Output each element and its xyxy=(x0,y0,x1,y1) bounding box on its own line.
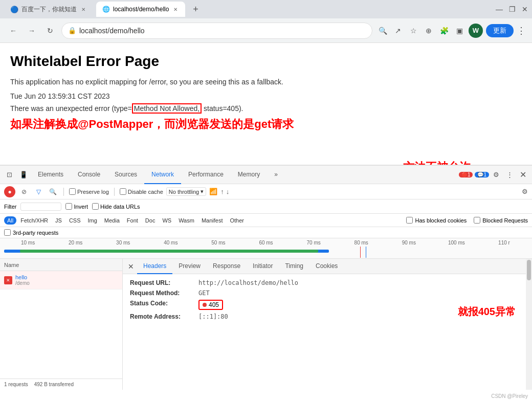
extensions-icon[interactable]: 🧩 xyxy=(438,25,450,37)
tab-localhost[interactable]: 🌐 localhost/demo/hello ✕ xyxy=(96,2,185,17)
method-not-allowed-note: 方法不被允许 xyxy=(403,160,471,165)
name-panel-empty xyxy=(0,289,122,378)
type-filter-media[interactable]: Media xyxy=(101,216,123,225)
status-footer: 1 requests 492 B transferred xyxy=(0,378,122,390)
invert-checkbox[interactable]: Invert xyxy=(65,203,88,210)
detail-tab-timing[interactable]: Timing xyxy=(279,259,309,274)
chinese-get-note: 如果注解换成@PostMapper，而浏览器发送的是get请求 xyxy=(10,117,522,132)
detail-tab-headers[interactable]: Headers xyxy=(137,259,172,274)
bookmark-icon[interactable]: ☆ xyxy=(407,25,419,37)
type-filter-other[interactable]: Other xyxy=(227,216,247,225)
timeline-labels: 10 ms 20 ms 30 ms 40 ms 50 ms 60 ms 70 m… xyxy=(0,238,532,247)
devtools: ⊡ 📱 Elements Console Sources Network Per… xyxy=(0,165,532,390)
third-party-bar: 3rd-party requests xyxy=(0,227,532,238)
detail-content: Request URL: http://localhost/demo/hello… xyxy=(123,274,526,390)
search-icon[interactable]: 🔍 xyxy=(376,25,389,37)
back-button[interactable]: ← xyxy=(6,24,20,38)
name-header: Name xyxy=(0,259,122,271)
window-controls: — ❐ ✕ xyxy=(496,5,528,13)
import-export-icons: ↑ ↓ xyxy=(220,188,229,195)
details-panel: ✕ Headers Preview Response Initiator Tim… xyxy=(123,259,526,390)
search-button[interactable]: 🔍 xyxy=(47,186,58,197)
maximize-button[interactable]: ❐ xyxy=(509,5,516,13)
record-button[interactable]: ● xyxy=(4,186,15,197)
url-bar[interactable]: 🔒 localhost/demo/hello xyxy=(61,23,372,39)
has-blocked-cookies-checkbox[interactable]: Has blocked cookies xyxy=(406,217,467,224)
type-filter-doc[interactable]: Doc xyxy=(142,216,159,225)
error-badge: 🔴 1 xyxy=(459,172,473,177)
third-party-checkbox[interactable]: 3rd-party requests xyxy=(4,229,58,236)
filter-bar: Filter Invert Hide data URLs xyxy=(0,199,532,214)
close-button[interactable]: ✕ xyxy=(522,5,528,13)
request-error-icon: ✕ xyxy=(4,276,12,284)
forward-button[interactable]: → xyxy=(25,24,39,38)
tab-baidu-close[interactable]: ✕ xyxy=(80,6,87,13)
filter-button[interactable]: ▽ xyxy=(33,186,44,197)
download-icon[interactable]: ↓ xyxy=(226,188,230,195)
devtools-device-icon[interactable]: 📱 xyxy=(16,168,31,182)
page-timestamp: Tue Jun 20 13:59:31 CST 2023 xyxy=(10,92,522,100)
scrollbar[interactable] xyxy=(526,259,532,390)
tab-memory[interactable]: Memory xyxy=(231,166,267,184)
name-panel: Name ✕ hello /demo 1 requests 492 B tran… xyxy=(0,259,123,390)
tab-elements[interactable]: Elements xyxy=(31,166,71,184)
request-url-row: Request URL: http://localhost/demo/hello xyxy=(130,279,519,286)
reload-button[interactable]: ↻ xyxy=(43,24,57,38)
type-filter-js[interactable]: JS xyxy=(52,216,65,225)
devtools-close-icon[interactable]: ✕ xyxy=(516,168,530,182)
devtools-more-icon[interactable]: ⋮ xyxy=(503,168,516,182)
disable-cache-checkbox[interactable]: Disable cache xyxy=(120,188,163,195)
network-toolbar: ● ⊘ ▽ 🔍 Preserve log Disable cache No th… xyxy=(0,184,532,199)
tab-performance[interactable]: Performance xyxy=(181,166,231,184)
detail-tab-cookies[interactable]: Cookies xyxy=(309,259,344,274)
detail-tab-preview[interactable]: Preview xyxy=(172,259,207,274)
tab-baidu[interactable]: 🔵 百度一下，你就知道 ✕ xyxy=(4,2,93,17)
tab-more[interactable]: » xyxy=(267,166,285,184)
new-tab-button[interactable]: + xyxy=(188,2,203,16)
type-filter-img[interactable]: Img xyxy=(85,216,100,225)
sidebar-icon[interactable]: ▣ xyxy=(453,25,465,37)
stop-button[interactable]: ⊘ xyxy=(18,186,30,197)
status-code-value: 405 xyxy=(198,300,223,310)
minimize-button[interactable]: — xyxy=(496,5,503,13)
translate-icon[interactable]: ⊕ xyxy=(423,25,435,37)
detail-tab-initiator[interactable]: Initiator xyxy=(247,259,279,274)
tab-network[interactable]: Network xyxy=(144,166,181,184)
page-title: Whitelabel Error Page xyxy=(10,53,522,70)
timeline-bars xyxy=(4,247,528,259)
timeline: 10 ms 20 ms 30 ms 40 ms 50 ms 60 ms 70 m… xyxy=(0,238,532,259)
type-filter-ws[interactable]: WS xyxy=(159,216,174,225)
console-badge: 💬 1 xyxy=(475,172,489,177)
details-close-button[interactable]: ✕ xyxy=(125,260,137,273)
update-button[interactable]: 更新 xyxy=(486,24,514,37)
preserve-log-checkbox[interactable]: Preserve log xyxy=(69,188,109,195)
request-method-row: Request Method: GET xyxy=(130,289,519,297)
throttle-select[interactable]: No throttling ▾ xyxy=(166,187,206,196)
type-filter-fetch[interactable]: Fetch/XHR xyxy=(17,216,51,225)
upload-icon[interactable]: ↑ xyxy=(220,188,224,195)
blocked-requests-checkbox[interactable]: Blocked Requests xyxy=(474,217,528,224)
tab-console[interactable]: Console xyxy=(71,166,107,184)
hide-data-urls-checkbox[interactable]: Hide data URLs xyxy=(92,203,140,210)
devtools-tabbar: ⊡ 📱 Elements Console Sources Network Per… xyxy=(0,166,532,184)
request-row[interactable]: ✕ hello /demo xyxy=(0,271,122,289)
error-highlight: Method Not Allowed, xyxy=(132,103,202,114)
type-filter-css[interactable]: CSS xyxy=(66,216,84,225)
devtools-settings-icon[interactable]: ⚙ xyxy=(489,168,503,182)
tab-sources[interactable]: Sources xyxy=(107,166,144,184)
profile-avatar[interactable]: W xyxy=(469,24,483,38)
network-settings-icon[interactable]: ⚙ xyxy=(522,188,528,195)
scrollbar-thumb[interactable] xyxy=(527,260,531,280)
menu-icon[interactable]: ⋮ xyxy=(517,25,526,36)
tab-localhost-icon: 🌐 xyxy=(102,6,110,13)
devtools-cursor-icon[interactable]: ⊡ xyxy=(2,168,16,182)
type-filter-all[interactable]: All xyxy=(4,216,16,225)
tab-localhost-close[interactable]: ✕ xyxy=(172,6,179,13)
status-dot-icon xyxy=(203,303,207,307)
type-filter-wasm[interactable]: Wasm xyxy=(175,216,197,225)
type-filter-font[interactable]: Font xyxy=(124,216,141,225)
detail-tab-response[interactable]: Response xyxy=(207,259,247,274)
filter-input[interactable] xyxy=(20,203,61,211)
type-filter-manifest[interactable]: Manifest xyxy=(198,216,226,225)
share-icon[interactable]: ↗ xyxy=(392,25,404,37)
